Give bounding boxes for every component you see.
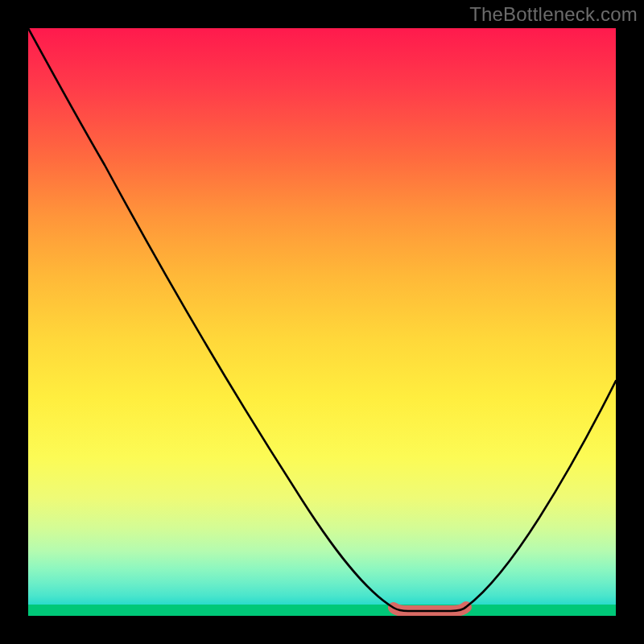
chart-frame: TheBottleneck.com — [0, 0, 644, 644]
bottleneck-curve-svg — [28, 28, 616, 616]
bottleneck-curve — [28, 28, 616, 611]
watermark-text: TheBottleneck.com — [469, 3, 638, 26]
plot-area — [28, 28, 616, 616]
